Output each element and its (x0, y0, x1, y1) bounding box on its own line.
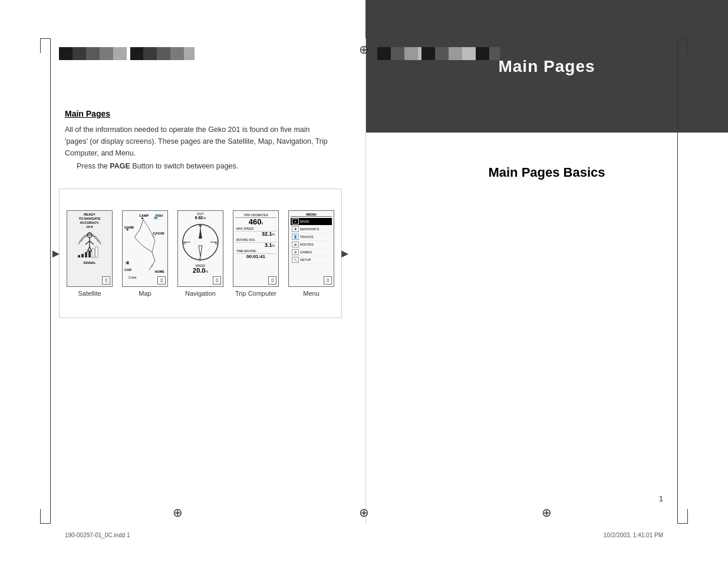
left-page: Main Pages All of the information needed… (0, 0, 365, 562)
satellite-graphic (75, 230, 104, 260)
menu-icon-mark: ✦ (292, 219, 299, 224)
svg-rect-7 (81, 254, 84, 257)
sat-signal-text: SIGNAL (67, 261, 112, 265)
bottom-cross-left-icon: ⊕ (173, 505, 183, 520)
svg-rect-9 (88, 250, 91, 257)
svg-text:E: E (215, 241, 218, 245)
menu-label-games: GAMES (300, 250, 312, 254)
bar-seg-2 (73, 47, 86, 60)
satellite-device: READYTO NAVIGATEACCURACY:16 ft (62, 210, 117, 297)
sat-ready-text: READYTO NAVIGATEACCURACY:16 ft (67, 213, 112, 230)
map-label: Map (139, 290, 151, 297)
margin-mark-bl-v (40, 509, 41, 524)
trip-maxspeed-value: 32.1% (235, 232, 276, 237)
bar-seg-4 (100, 47, 113, 60)
trip-copy-icon: ▯ (268, 276, 276, 285)
left-vertical-rule (50, 38, 51, 524)
trip-odometer-value: 460ft (235, 218, 276, 226)
trip-screen: TRIP ODOMETER 460ft MAX SPEED 32.1% MOVI… (233, 210, 279, 287)
menu-copy-icon: ▯ (324, 276, 332, 285)
right-subheading: Main Pages Basics (365, 165, 728, 180)
menu-icon-waypoints: ⚑ (292, 226, 299, 232)
body-text-content: All of the information needed to operate… (65, 125, 328, 157)
arrow-right-icon: ► (339, 247, 351, 260)
menu-row-routes: ⊞ ROUTES (291, 241, 332, 249)
navigation-screen: OUT 9.82mi N S E W (177, 210, 223, 287)
margin-mark-br-v (687, 509, 688, 524)
menu-row-setup: 🔧 SETUP (291, 256, 332, 264)
navigation-device: OUT 9.82mi N S E W (173, 210, 228, 297)
nav-compass-reading: 9.82mi (178, 216, 223, 220)
margin-mark-tr-h (677, 38, 688, 39)
svg-text:🐟: 🐟 (153, 215, 159, 220)
menu-label-mark: MARK (300, 220, 309, 223)
devices-area: ► READYTO NAVIGATEACCURACY:16 ft (59, 189, 342, 318)
satellite-screen: READYTO NAVIGATEACCURACY:16 ft (67, 210, 113, 287)
map-path-svg: ▲ 🐟 ★ ⬡ ▣ ⌂ (123, 211, 165, 284)
bar-seg-9 (157, 47, 170, 60)
menu-label: Menu (303, 290, 319, 297)
svg-rect-8 (85, 252, 87, 257)
svg-point-0 (87, 233, 92, 237)
footer-left: 190-00297-01_0C.indd 1 (65, 532, 130, 538)
svg-rect-10 (92, 249, 94, 257)
margin-mark-tl-v (40, 38, 41, 53)
svg-rect-6 (78, 255, 80, 257)
footer-right: 10/2/2003, 1:41:01 PM (604, 532, 663, 538)
svg-text:▲: ▲ (140, 216, 144, 220)
menu-icon-routes: ⊞ (292, 242, 299, 247)
svg-text:⌂: ⌂ (151, 263, 153, 267)
rbar-3 (404, 47, 418, 60)
menu-row-waypoints: ⚑ WAYPOINTS (291, 226, 332, 233)
svg-rect-11 (95, 247, 98, 257)
nav-speed-value: 20.0% (178, 267, 223, 274)
menu-title-text: MENU (291, 213, 332, 217)
bar-seg-7 (130, 47, 144, 60)
page-divider (365, 38, 366, 524)
trip-moving-avg-value: 3.1% (235, 243, 276, 249)
bar-seg-11 (184, 47, 195, 60)
nav-compass-svg: N S E W (180, 220, 221, 264)
press-end: Button to switch between pages. (132, 162, 238, 170)
svg-line-2 (85, 241, 90, 244)
top-bar-left (59, 47, 195, 60)
margin-mark-tr-v (687, 38, 688, 53)
menu-row-tracks: 👤 TRACKS (291, 233, 332, 241)
satellite-copy-icon: ▯ (102, 276, 110, 285)
bar-seg-8 (143, 47, 157, 60)
bar-seg-1 (59, 47, 73, 60)
page-bold: PAGE (110, 162, 130, 170)
trip-time-value: 00:01:41 (235, 254, 276, 260)
menu-icon-games: ⚙ (292, 249, 299, 255)
navigation-label: Navigation (185, 290, 216, 297)
arrow-left-icon: ► (50, 247, 62, 260)
rbar-1 (377, 47, 391, 60)
bar-seg-5 (113, 47, 127, 60)
rbar-9 (476, 47, 489, 60)
menu-label-tracks: TRACKS (300, 235, 313, 239)
margin-mark-bl-h (40, 523, 51, 524)
svg-line-3 (90, 241, 94, 244)
trip-device: TRIP ODOMETER 460ft MAX SPEED 32.1% MOVI… (229, 210, 283, 297)
menu-icon-setup: 🔧 (292, 257, 299, 263)
svg-text:★: ★ (126, 227, 129, 232)
right-header: Main Pages (365, 0, 728, 133)
bottom-cross-right-icon: ⊕ (542, 505, 552, 520)
rbar-10 (489, 47, 500, 60)
rbar-7 (449, 47, 462, 60)
trip-time-label: TIME-MOVING (235, 249, 276, 254)
center-cross-top-icon: ⊕ (359, 42, 369, 57)
margin-mark-br-h (677, 523, 688, 524)
rbar-5 (421, 47, 435, 60)
menu-row-mark: ✦ MARK (291, 218, 332, 226)
menu-row-games: ⚙ GAMES (291, 249, 332, 256)
map-device: CAMP FISH GAME CACHE CAR HOME 2.0mi ▲ 🐟 … (118, 210, 172, 297)
main-pages-heading: Main Pages (65, 109, 110, 118)
menu-screen: MENU ✦ MARK ⚑ WAYPOINTS 👤 TRACKS ⊞ ROUTE… (288, 210, 334, 287)
trip-label: Trip Computer (235, 290, 276, 297)
page-number: 1 (659, 494, 663, 503)
svg-text:⬡: ⬡ (152, 233, 156, 237)
map-copy-icon: ▯ (157, 276, 166, 285)
bar-seg-10 (170, 47, 184, 60)
rbar-2 (391, 47, 404, 60)
